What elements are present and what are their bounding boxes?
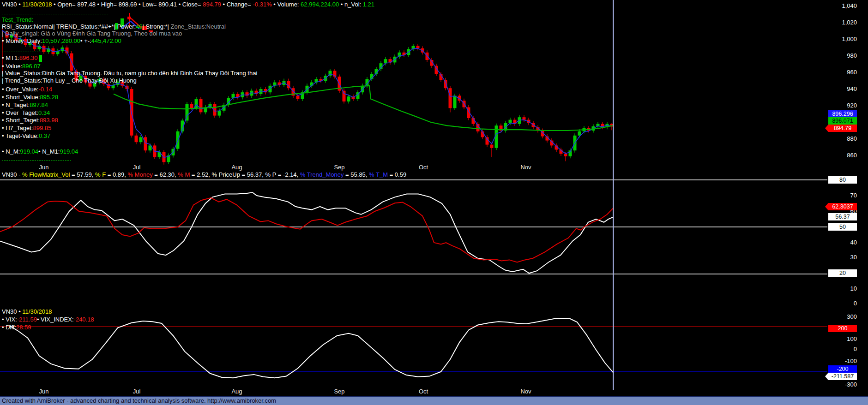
candle-body bbox=[523, 117, 526, 119]
chart-canvas[interactable] bbox=[0, 0, 868, 396]
text-segment: • Change= bbox=[221, 1, 253, 8]
text-segment: = 0.89, bbox=[106, 171, 127, 178]
candle-body bbox=[343, 91, 346, 101]
y-axis-tick: 1,020 bbox=[828, 19, 857, 26]
axis-value-badge: 50 bbox=[828, 223, 857, 231]
badge-arrow-icon bbox=[825, 203, 828, 210]
candle-body bbox=[144, 137, 147, 150]
y-axis-tick: 880 bbox=[828, 135, 857, 143]
text-segment: • n_Vol: bbox=[339, 1, 363, 8]
vix-diff-line: • Diff:28.59 bbox=[2, 324, 31, 331]
candle-body bbox=[416, 46, 420, 48]
text-segment: % T_M bbox=[369, 171, 388, 178]
h7-taget-line: • H7_Taget:899.85 bbox=[2, 125, 51, 131]
x-axis-month-label: Jun bbox=[39, 388, 49, 395]
text-segment: | Trend_Status:Tich Luy _ Cho Thay Đôi X… bbox=[2, 77, 137, 84]
text-segment: = 2.52, % PriceUp = 56.37, % P = -2.14, bbox=[190, 171, 300, 178]
y-axis-tick: 100 bbox=[828, 335, 857, 343]
axis-value-badge: -200 bbox=[828, 365, 857, 373]
axis-value-badge: 894.79 bbox=[828, 125, 857, 132]
text-segment: VN30 • bbox=[2, 308, 22, 315]
y-axis-tick: 860 bbox=[828, 152, 857, 159]
axis-value-badge: 80 bbox=[828, 176, 857, 184]
test-trend-label: Test_Trend: bbox=[2, 16, 33, 23]
x-axis-month-label: Jul bbox=[133, 164, 141, 171]
text-segment: RSI_Status:Normal| TREND_Status:*##+*| P… bbox=[2, 23, 136, 30]
test-trend-icon bbox=[127, 17, 131, 19]
text-segment: • Diff: bbox=[2, 324, 16, 331]
text-segment: 11/30/2018 bbox=[22, 1, 52, 8]
candle-body bbox=[490, 145, 494, 148]
candle-body bbox=[218, 111, 221, 116]
y-axis-tick: 980 bbox=[828, 52, 857, 60]
axis-value-badge: 62.3037 bbox=[828, 203, 857, 210]
y-axis-tick: 960 bbox=[828, 69, 857, 76]
text-segment: • Money_Daily: bbox=[2, 37, 42, 44]
y-axis-tick: 10 bbox=[828, 285, 857, 292]
x-axis-month-label: Sep bbox=[334, 388, 344, 395]
text-segment: = 0.59 bbox=[388, 171, 406, 178]
text-segment: | Daily_singal: Giá o Vùng Đinh Gia Tang… bbox=[2, 30, 182, 37]
text-segment: 0.34 bbox=[38, 109, 50, 116]
amibroker-window: VN30 • 11/30/2018 • Open= 897.48 • High=… bbox=[0, 0, 868, 405]
text-segment: 62,994,224.00 bbox=[301, 1, 339, 8]
candle-body bbox=[296, 95, 300, 99]
candle-body bbox=[135, 136, 138, 142]
text-segment: = 55.85, bbox=[344, 171, 369, 178]
y-axis-tick: 940 bbox=[828, 85, 857, 93]
y-axis-tick: -300 bbox=[828, 381, 857, 388]
text-segment: • Volume: bbox=[272, 1, 301, 8]
axis-value-badge: 896.071 bbox=[828, 117, 857, 125]
rsi-status-line: RSI_Status:Normal| TREND_Status:*##+*| P… bbox=[2, 23, 226, 30]
text-segment: 897.84 bbox=[30, 101, 48, 108]
candle-body bbox=[444, 80, 447, 88]
y-axis-tick: 920 bbox=[828, 102, 857, 109]
text-segment: 896.07 bbox=[22, 63, 41, 70]
candle-body bbox=[564, 154, 567, 156]
text-segment: • Open= 897.48 • High= 898.69 • Low= 890… bbox=[52, 1, 203, 8]
taget-value-line: • Taget-Value:0.37 bbox=[2, 132, 50, 139]
text-segment: 28.59 bbox=[16, 324, 31, 331]
axis-value-badge: 200 bbox=[828, 325, 857, 332]
vix-panel-title: VN30 • 11/30/2018 bbox=[2, 308, 52, 315]
text-segment: Zone_Status:Neutral bbox=[171, 23, 226, 30]
text-segment: • VIX_INDEX: bbox=[37, 316, 74, 323]
text-segment: % F bbox=[95, 171, 106, 178]
money-daily-line: • Money_Daily:10,507,280.00• +-:445,472.… bbox=[2, 37, 121, 44]
text-segment: 919.04 bbox=[60, 148, 78, 155]
text-segment: 46 bbox=[136, 23, 142, 30]
text-segment: 899.85 bbox=[33, 125, 51, 131]
y-axis-tick: 1,000 bbox=[828, 36, 857, 43]
text-segment: % FlowMatrix_Vol bbox=[22, 171, 70, 178]
text-segment: • Value: bbox=[2, 63, 22, 70]
candle-body bbox=[509, 120, 512, 123]
y-axis-tick: 1,040 bbox=[828, 2, 857, 10]
text-segment: • Short_Value: bbox=[2, 94, 40, 101]
daily-signal-line: | Daily_singal: Giá o Vùng Đinh Gia Tang… bbox=[2, 30, 182, 37]
y-axis-tick: 40 bbox=[828, 239, 857, 246]
y-axis-tick: 70 bbox=[828, 192, 857, 199]
text-segment: • N_M: bbox=[2, 148, 20, 155]
axis-value-badge: -211.587 bbox=[828, 373, 857, 380]
x-axis-month-label: Jun bbox=[39, 164, 49, 171]
text-segment: -0.14 bbox=[38, 86, 52, 93]
axis-value-badge: 896.296 bbox=[828, 110, 857, 118]
text-segment: = 62.30, bbox=[153, 171, 178, 178]
short-taget-line: • Short_Taget:893.98 bbox=[2, 117, 58, 124]
text-segment: -240.18 bbox=[74, 316, 94, 323]
n-taget-line: • N_Taget:897.84 bbox=[2, 101, 48, 108]
text-segment: • N_Taget: bbox=[2, 101, 30, 108]
text-segment: • Short_Taget: bbox=[2, 117, 40, 124]
price-header: VN30 • 11/30/2018 • Open= 897.48 • High=… bbox=[2, 1, 374, 8]
text-segment: • VIX: bbox=[2, 316, 17, 323]
separator-dashed bbox=[2, 52, 71, 52]
y-axis-tick: 0 bbox=[828, 345, 857, 353]
text-segment: • H7_Taget: bbox=[2, 125, 33, 131]
badge-arrow-icon bbox=[825, 373, 828, 380]
candle-body bbox=[347, 96, 350, 101]
text-segment: • Taget-Value: bbox=[2, 132, 39, 139]
candle-body bbox=[449, 88, 452, 108]
x-axis-month-label: Nov bbox=[520, 388, 531, 395]
candle-body bbox=[139, 137, 143, 142]
text-segment: -211.59 bbox=[17, 316, 37, 323]
